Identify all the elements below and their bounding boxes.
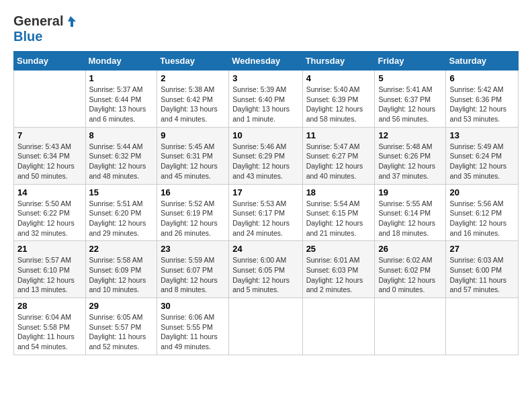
day-info: Sunrise: 6:06 AM Sunset: 5:55 PM Dayligh…: [161, 312, 225, 352]
calendar-cell: 12Sunrise: 5:48 AM Sunset: 6:26 PM Dayli…: [375, 127, 446, 184]
day-number: 7: [17, 130, 82, 140]
day-info: Sunrise: 5:58 AM Sunset: 6:09 PM Dayligh…: [89, 255, 154, 295]
calendar-table: SundayMondayTuesdayWednesdayThursdayFrid…: [13, 51, 519, 355]
day-info: Sunrise: 5:53 AM Sunset: 6:17 PM Dayligh…: [232, 199, 298, 238]
calendar-cell: 17Sunrise: 5:53 AM Sunset: 6:17 PM Dayli…: [229, 184, 302, 241]
week-row-3: 21Sunrise: 5:57 AM Sunset: 6:10 PM Dayli…: [14, 241, 519, 298]
calendar-cell: 19Sunrise: 5:55 AM Sunset: 6:14 PM Dayli…: [375, 184, 446, 241]
day-info: Sunrise: 5:44 AM Sunset: 6:32 PM Dayligh…: [89, 142, 154, 181]
logo: General Blue: [13, 13, 78, 44]
day-number: 10: [232, 130, 298, 140]
day-info: Sunrise: 5:48 AM Sunset: 6:26 PM Dayligh…: [378, 142, 442, 181]
day-info: Sunrise: 6:03 AM Sunset: 6:00 PM Dayligh…: [449, 255, 515, 295]
header-saturday: Saturday: [446, 52, 519, 71]
day-info: Sunrise: 6:04 AM Sunset: 5:58 PM Dayligh…: [17, 312, 82, 352]
calendar-cell: 25Sunrise: 6:01 AM Sunset: 6:03 PM Dayli…: [302, 241, 375, 298]
day-info: Sunrise: 5:45 AM Sunset: 6:31 PM Dayligh…: [161, 142, 225, 181]
calendar-cell: 2Sunrise: 5:38 AM Sunset: 6:42 PM Daylig…: [157, 71, 229, 128]
calendar-cell: 26Sunrise: 6:02 AM Sunset: 6:02 PM Dayli…: [375, 241, 446, 298]
day-number: 6: [449, 73, 515, 83]
calendar-cell: 13Sunrise: 5:49 AM Sunset: 6:24 PM Dayli…: [446, 127, 519, 184]
day-info: Sunrise: 5:50 AM Sunset: 6:22 PM Dayligh…: [17, 199, 82, 238]
day-number: 23: [161, 244, 225, 254]
calendar-cell: 10Sunrise: 5:46 AM Sunset: 6:29 PM Dayli…: [229, 127, 302, 184]
calendar-cell: 20Sunrise: 5:56 AM Sunset: 6:12 PM Dayli…: [446, 184, 519, 241]
week-row-1: 7Sunrise: 5:43 AM Sunset: 6:34 PM Daylig…: [14, 127, 519, 184]
logo-general: General: [13, 13, 63, 29]
day-info: Sunrise: 5:59 AM Sunset: 6:07 PM Dayligh…: [161, 255, 225, 295]
header-thursday: Thursday: [302, 52, 375, 71]
calendar-cell: 8Sunrise: 5:44 AM Sunset: 6:32 PM Daylig…: [85, 127, 157, 184]
day-info: Sunrise: 5:49 AM Sunset: 6:24 PM Dayligh…: [449, 142, 515, 181]
day-number: 4: [306, 73, 371, 83]
day-number: 16: [161, 187, 225, 197]
header-monday: Monday: [85, 52, 157, 71]
day-number: 17: [232, 187, 298, 197]
calendar-cell: 27Sunrise: 6:03 AM Sunset: 6:00 PM Dayli…: [446, 241, 519, 298]
header-wednesday: Wednesday: [229, 52, 302, 71]
day-number: 14: [17, 187, 82, 197]
day-info: Sunrise: 5:57 AM Sunset: 6:10 PM Dayligh…: [17, 255, 82, 295]
day-number: 12: [378, 130, 442, 140]
calendar-cell: 28Sunrise: 6:04 AM Sunset: 5:58 PM Dayli…: [14, 298, 86, 355]
day-info: Sunrise: 5:52 AM Sunset: 6:19 PM Dayligh…: [161, 199, 225, 238]
day-number: 22: [89, 244, 154, 254]
calendar-cell: [229, 298, 302, 355]
calendar-cell: 6Sunrise: 5:42 AM Sunset: 6:36 PM Daylig…: [446, 71, 519, 128]
calendar-cell: 4Sunrise: 5:40 AM Sunset: 6:39 PM Daylig…: [302, 71, 375, 128]
calendar-cell: 7Sunrise: 5:43 AM Sunset: 6:34 PM Daylig…: [14, 127, 86, 184]
day-info: Sunrise: 6:00 AM Sunset: 6:05 PM Dayligh…: [232, 255, 298, 295]
day-info: Sunrise: 5:41 AM Sunset: 6:37 PM Dayligh…: [378, 85, 442, 124]
calendar-cell: [302, 298, 375, 355]
calendar-cell: 1Sunrise: 5:37 AM Sunset: 6:44 PM Daylig…: [85, 71, 157, 128]
calendar-cell: 21Sunrise: 5:57 AM Sunset: 6:10 PM Dayli…: [14, 241, 86, 298]
day-info: Sunrise: 5:47 AM Sunset: 6:27 PM Dayligh…: [306, 142, 371, 181]
calendar-cell: [375, 298, 446, 355]
day-number: 15: [89, 187, 154, 197]
day-number: 3: [232, 73, 298, 83]
day-number: 2: [161, 73, 225, 83]
day-info: Sunrise: 6:05 AM Sunset: 5:57 PM Dayligh…: [89, 312, 154, 352]
calendar-cell: 11Sunrise: 5:47 AM Sunset: 6:27 PM Dayli…: [302, 127, 375, 184]
calendar-cell: 22Sunrise: 5:58 AM Sunset: 6:09 PM Dayli…: [85, 241, 157, 298]
day-info: Sunrise: 5:42 AM Sunset: 6:36 PM Dayligh…: [449, 85, 515, 124]
day-info: Sunrise: 6:01 AM Sunset: 6:03 PM Dayligh…: [306, 255, 371, 295]
calendar-cell: [14, 71, 86, 128]
week-row-0: 1Sunrise: 5:37 AM Sunset: 6:44 PM Daylig…: [14, 71, 519, 128]
day-number: 21: [17, 244, 82, 254]
header-sunday: Sunday: [14, 52, 86, 71]
calendar-cell: 30Sunrise: 6:06 AM Sunset: 5:55 PM Dayli…: [157, 298, 229, 355]
day-info: Sunrise: 5:39 AM Sunset: 6:40 PM Dayligh…: [232, 85, 298, 124]
day-number: 9: [161, 130, 225, 140]
day-number: 11: [306, 130, 371, 140]
day-info: Sunrise: 5:38 AM Sunset: 6:42 PM Dayligh…: [161, 85, 225, 124]
day-number: 27: [449, 244, 515, 254]
day-number: 19: [378, 187, 442, 197]
calendar-cell: [446, 298, 519, 355]
day-number: 18: [306, 187, 371, 197]
page-header: General Blue: [13, 13, 519, 44]
day-info: Sunrise: 5:46 AM Sunset: 6:29 PM Dayligh…: [232, 142, 298, 181]
day-number: 5: [378, 73, 442, 83]
day-number: 26: [378, 244, 442, 254]
week-row-4: 28Sunrise: 6:04 AM Sunset: 5:58 PM Dayli…: [14, 298, 519, 355]
header-row: SundayMondayTuesdayWednesdayThursdayFrid…: [14, 52, 519, 71]
calendar-cell: 29Sunrise: 6:05 AM Sunset: 5:57 PM Dayli…: [85, 298, 157, 355]
calendar-cell: 16Sunrise: 5:52 AM Sunset: 6:19 PM Dayli…: [157, 184, 229, 241]
calendar-cell: 15Sunrise: 5:51 AM Sunset: 6:20 PM Dayli…: [85, 184, 157, 241]
logo-blue: Blue: [13, 29, 42, 44]
day-number: 8: [89, 130, 154, 140]
calendar-cell: 23Sunrise: 5:59 AM Sunset: 6:07 PM Dayli…: [157, 241, 229, 298]
day-info: Sunrise: 5:55 AM Sunset: 6:14 PM Dayligh…: [378, 199, 442, 238]
day-info: Sunrise: 5:51 AM Sunset: 6:20 PM Dayligh…: [89, 199, 154, 238]
day-number: 1: [89, 73, 154, 83]
day-info: Sunrise: 5:43 AM Sunset: 6:34 PM Dayligh…: [17, 142, 82, 181]
day-number: 20: [449, 187, 515, 197]
day-info: Sunrise: 5:56 AM Sunset: 6:12 PM Dayligh…: [449, 199, 515, 238]
day-number: 29: [89, 301, 154, 311]
day-number: 13: [449, 130, 515, 140]
calendar-cell: 9Sunrise: 5:45 AM Sunset: 6:31 PM Daylig…: [157, 127, 229, 184]
day-info: Sunrise: 5:54 AM Sunset: 6:15 PM Dayligh…: [306, 199, 371, 238]
week-row-2: 14Sunrise: 5:50 AM Sunset: 6:22 PM Dayli…: [14, 184, 519, 241]
header-tuesday: Tuesday: [157, 52, 229, 71]
